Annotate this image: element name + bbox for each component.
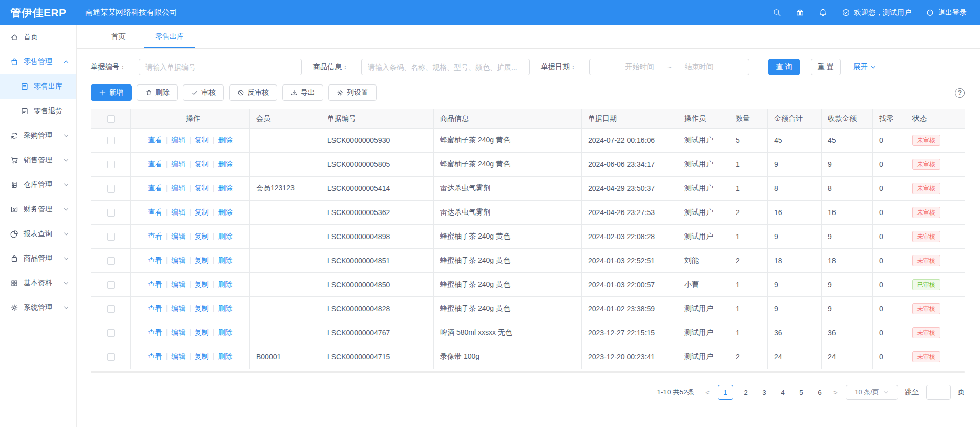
logout-button[interactable]: 退出登录 [926, 8, 967, 17]
edit-link[interactable]: 编辑 [171, 184, 185, 192]
copy-link[interactable]: 复制 [195, 208, 209, 216]
received-cell: 24 [822, 345, 873, 369]
view-link[interactable]: 查看 [148, 160, 162, 168]
copy-link[interactable]: 复制 [195, 304, 209, 312]
sidebar-item-sales-manage[interactable]: 销售管理 [0, 148, 76, 173]
delete-button[interactable]: 删除 [137, 84, 178, 101]
edit-link[interactable]: 编辑 [171, 256, 185, 264]
search-icon[interactable] [773, 8, 781, 17]
copy-link[interactable]: 复制 [195, 136, 209, 144]
page-button-6[interactable]: 6 [814, 385, 825, 400]
page-button-5[interactable]: 5 [796, 385, 807, 400]
edit-link[interactable]: 编辑 [171, 304, 185, 312]
unaudit-button[interactable]: 反审核 [229, 84, 277, 101]
sidebar-item-finance-manage[interactable]: 财务管理 [0, 197, 76, 222]
view-link[interactable]: 查看 [148, 232, 162, 240]
delete-link[interactable]: 删除 [218, 304, 232, 312]
bell-icon[interactable] [819, 8, 827, 17]
view-link[interactable]: 查看 [148, 328, 162, 336]
delete-link[interactable]: 删除 [218, 352, 232, 360]
view-link[interactable]: 查看 [148, 280, 162, 288]
copy-link[interactable]: 复制 [195, 232, 209, 240]
delete-link[interactable]: 删除 [218, 280, 232, 288]
column-settings-button[interactable]: 列设置 [328, 84, 377, 101]
page-button-3[interactable]: 3 [759, 385, 770, 400]
view-link[interactable]: 查看 [148, 208, 162, 216]
sidebar-item-basic-data[interactable]: 基本资料 [0, 271, 76, 295]
edit-link[interactable]: 编辑 [171, 280, 185, 288]
sidebar-item-warehouse-manage[interactable]: 仓库管理 [0, 173, 76, 197]
row-checkbox[interactable] [107, 161, 115, 168]
sidebar-item-retail-return[interactable]: 零售退货 [0, 99, 76, 123]
delete-link[interactable]: 删除 [218, 184, 232, 192]
view-link[interactable]: 查看 [148, 136, 162, 144]
view-link[interactable]: 查看 [148, 352, 162, 360]
delete-link[interactable]: 删除 [218, 208, 232, 216]
copy-link[interactable]: 复制 [195, 160, 209, 168]
edit-link[interactable]: 编辑 [171, 352, 185, 360]
delete-link[interactable]: 删除 [218, 160, 232, 168]
product-info-input[interactable] [361, 59, 530, 75]
tab-home[interactable]: 首页 [100, 25, 137, 48]
copy-link[interactable]: 复制 [195, 256, 209, 264]
copy-link[interactable]: 复制 [195, 328, 209, 336]
edit-link[interactable]: 编辑 [171, 160, 185, 168]
sidebar-item-system-manage[interactable]: 系统管理 [0, 295, 76, 320]
page-size-select[interactable]: 10 条/页 [846, 385, 898, 400]
row-checkbox[interactable] [107, 185, 115, 193]
add-button[interactable]: 新增 [91, 84, 132, 101]
copy-link[interactable]: 复制 [195, 184, 209, 192]
date-range-input[interactable]: 开始时间 ~ 结束时间 [589, 59, 749, 75]
select-all-checkbox[interactable] [107, 115, 115, 123]
row-checkbox[interactable] [107, 281, 115, 289]
delete-link[interactable]: 删除 [218, 232, 232, 240]
delete-link[interactable]: 删除 [218, 136, 232, 144]
copy-link[interactable]: 复制 [195, 280, 209, 288]
row-checkbox[interactable] [107, 353, 115, 361]
sidebar-item-report-query[interactable]: 报表查询 [0, 222, 76, 246]
sidebar-item-goods-manage[interactable]: 商品管理 [0, 246, 76, 271]
received-cell: 18 [822, 249, 873, 273]
bill-no-input[interactable] [139, 59, 302, 75]
prev-page-button[interactable]: < [704, 389, 711, 396]
audit-button[interactable]: 审核 [183, 84, 224, 101]
next-page-button[interactable]: > [832, 389, 839, 396]
bill-no-label: 单据编号： [91, 62, 127, 72]
edit-link[interactable]: 编辑 [171, 136, 185, 144]
row-checkbox[interactable] [107, 209, 115, 217]
reset-button[interactable]: 重 置 [811, 59, 841, 75]
bank-icon[interactable] [796, 8, 804, 17]
welcome-user[interactable]: 欢迎您，测试用户 [842, 8, 911, 17]
edit-link[interactable]: 编辑 [171, 328, 185, 336]
status-badge: 未审核 [912, 303, 940, 314]
view-link[interactable]: 查看 [148, 304, 162, 312]
page-button-4[interactable]: 4 [777, 385, 788, 400]
search-button[interactable]: 查 询 [768, 59, 800, 75]
export-button[interactable]: 导出 [282, 84, 323, 101]
help-icon[interactable]: ? [955, 88, 965, 98]
copy-link[interactable]: 复制 [195, 352, 209, 360]
row-checkbox[interactable] [107, 257, 115, 265]
row-checkbox[interactable] [107, 233, 115, 241]
row-checkbox[interactable] [107, 329, 115, 337]
edit-link[interactable]: 编辑 [171, 232, 185, 240]
expand-toggle[interactable]: 展开 [853, 62, 877, 72]
sidebar-item-purchase-manage[interactable]: 采购管理 [0, 123, 76, 148]
view-link[interactable]: 查看 [148, 184, 162, 192]
row-checkbox[interactable] [107, 305, 115, 313]
view-link[interactable]: 查看 [148, 256, 162, 264]
sidebar-item-retail-outbound[interactable]: 零售出库 [0, 74, 76, 99]
bill-no-cell: LSCK00000004715 [321, 345, 434, 369]
tab-retail-outbound[interactable]: 零售出库 [144, 25, 195, 48]
page-button-2[interactable]: 2 [740, 385, 752, 400]
sidebar-item-retail-manage[interactable]: 零售管理 [0, 50, 76, 74]
row-checkbox[interactable] [107, 137, 115, 144]
sidebar-item-home[interactable]: 首页 [0, 25, 76, 50]
edit-link[interactable]: 编辑 [171, 208, 185, 216]
delete-link[interactable]: 删除 [218, 256, 232, 264]
chevron-up-icon [63, 59, 69, 65]
jump-page-input[interactable] [926, 385, 951, 400]
delete-link[interactable]: 删除 [218, 328, 232, 336]
page-button-1[interactable]: 1 [718, 385, 733, 400]
horizontal-scrollbar[interactable] [91, 371, 965, 373]
